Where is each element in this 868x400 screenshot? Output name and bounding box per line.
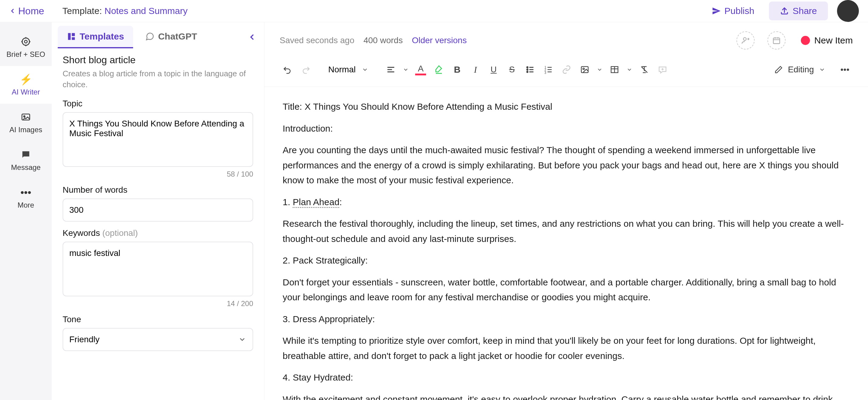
- table-more-button[interactable]: [625, 62, 634, 78]
- tab-label: Templates: [80, 31, 124, 42]
- toolbar-more-button[interactable]: •••: [837, 62, 853, 78]
- editing-mode-select[interactable]: Editing: [768, 62, 832, 78]
- editor: Saved seconds ago 400 words Older versio…: [265, 22, 868, 400]
- link-icon: [562, 65, 571, 74]
- doc-intro-body: Are you counting the days until the much…: [283, 143, 850, 188]
- align-left-icon: [386, 65, 395, 74]
- words-input[interactable]: [63, 198, 253, 222]
- svg-point-23: [527, 69, 528, 70]
- comment-button[interactable]: [655, 62, 671, 78]
- svg-rect-11: [72, 37, 75, 40]
- chevron-left-icon: [248, 33, 256, 41]
- rail-label: AI Images: [9, 126, 42, 134]
- home-link[interactable]: Home: [9, 5, 44, 17]
- svg-point-8: [24, 116, 25, 117]
- avatar[interactable]: [837, 0, 859, 22]
- numbered-list-button[interactable]: 123: [540, 62, 556, 78]
- underline-icon: U: [491, 65, 497, 74]
- text-color-button[interactable]: A: [413, 62, 429, 78]
- publish-button[interactable]: Publish: [703, 2, 763, 20]
- link-button[interactable]: [559, 62, 575, 78]
- strikethrough-icon: S: [509, 65, 515, 74]
- left-rail: Brief + SEO ⚡ AI Writer AI Images Messag…: [0, 22, 52, 400]
- svg-rect-15: [773, 38, 780, 44]
- rail-item-ai-images[interactable]: AI Images: [0, 104, 52, 141]
- tab-label: ChatGPT: [158, 31, 197, 42]
- rail-item-more[interactable]: ••• More: [0, 179, 52, 217]
- doc-heading-2: 2. Pack Strategically:: [283, 253, 850, 268]
- topic-input[interactable]: X Things You Should Know Before Attendin…: [63, 112, 253, 167]
- topic-label: Topic: [63, 99, 253, 109]
- bullet-list-icon: [525, 65, 535, 74]
- chevron-down-icon: [626, 67, 632, 73]
- upload-icon: [780, 6, 789, 16]
- keywords-input[interactable]: music festival: [63, 242, 253, 296]
- italic-icon: I: [474, 64, 477, 75]
- table-button[interactable]: [607, 62, 622, 78]
- highlighter-icon: [434, 65, 443, 74]
- send-icon: [712, 6, 721, 16]
- doc-heading-1: 1. Plan Ahead:: [283, 194, 850, 210]
- svg-point-22: [527, 67, 528, 68]
- redo-icon: [301, 65, 310, 74]
- tone-label: Tone: [63, 315, 253, 324]
- saved-status: Saved seconds ago: [280, 36, 354, 45]
- older-versions-link[interactable]: Older versions: [412, 36, 467, 45]
- svg-point-12: [743, 38, 746, 40]
- chevron-down-icon: [362, 66, 368, 73]
- more-icon: •••: [20, 186, 32, 198]
- chat-icon: [20, 149, 32, 161]
- keywords-label: Keywords (optional): [63, 228, 253, 238]
- image-button[interactable]: [577, 62, 593, 78]
- templates-icon: [67, 32, 76, 41]
- new-item-status[interactable]: New Item: [801, 35, 853, 45]
- rail-item-ai-writer[interactable]: ⚡ AI Writer: [0, 66, 52, 104]
- collapse-panel-button[interactable]: [246, 31, 258, 43]
- document-body[interactable]: Title: X Things You Should Know Before A…: [265, 87, 868, 400]
- strikethrough-button[interactable]: S: [504, 62, 520, 78]
- panel-description: Creates a blog article from a topic in t…: [63, 68, 253, 90]
- share-button[interactable]: Share: [769, 2, 828, 20]
- italic-button[interactable]: I: [467, 62, 483, 78]
- image-icon: [580, 65, 589, 74]
- editing-label: Editing: [788, 65, 814, 74]
- bold-button[interactable]: B: [449, 62, 465, 78]
- bullet-list-button[interactable]: [522, 62, 538, 78]
- template-prefix: Template:: [62, 6, 104, 16]
- undo-button[interactable]: [280, 62, 296, 78]
- add-date-button[interactable]: [767, 31, 786, 50]
- redo-button[interactable]: [298, 62, 314, 78]
- clear-format-button[interactable]: [637, 62, 652, 78]
- tone-select[interactable]: Friendly: [63, 328, 253, 351]
- svg-point-35: [583, 68, 584, 70]
- rail-label: Brief + SEO: [6, 50, 45, 59]
- new-item-label: New Item: [814, 35, 853, 45]
- template-name[interactable]: Notes and Summary: [104, 6, 188, 16]
- side-panel: Templates ChatGPT Short blog article Cre…: [52, 22, 265, 400]
- rail-item-brief-seo[interactable]: Brief + SEO: [0, 28, 52, 66]
- highlight-button[interactable]: [431, 62, 447, 78]
- align-more-button[interactable]: [401, 62, 410, 78]
- home-label: Home: [18, 5, 44, 17]
- tab-templates[interactable]: Templates: [58, 26, 133, 48]
- word-count: 400 words: [364, 36, 403, 45]
- add-collaborator-button[interactable]: [736, 31, 755, 50]
- image-more-button[interactable]: [595, 62, 604, 78]
- more-icon: •••: [840, 65, 849, 74]
- align-button[interactable]: [383, 62, 399, 78]
- svg-rect-10: [72, 33, 75, 36]
- style-label: Normal: [328, 65, 355, 74]
- chevron-down-icon: [403, 67, 409, 73]
- text-color-a-icon: A: [418, 64, 424, 73]
- share-label: Share: [793, 6, 817, 16]
- doc-p1: Research the festival thoroughly, includ…: [283, 216, 850, 246]
- chat-bubble-icon: [145, 32, 154, 41]
- paragraph-style-select[interactable]: Normal: [322, 62, 374, 78]
- bolt-icon: ⚡: [20, 73, 32, 85]
- doc-title-line: Title: X Things You Should Know Before A…: [283, 99, 850, 114]
- rail-item-message[interactable]: Message: [0, 141, 52, 179]
- tab-chatgpt[interactable]: ChatGPT: [136, 26, 206, 48]
- words-label: Number of words: [63, 185, 253, 195]
- underline-button[interactable]: U: [486, 62, 501, 78]
- table-icon: [610, 65, 619, 74]
